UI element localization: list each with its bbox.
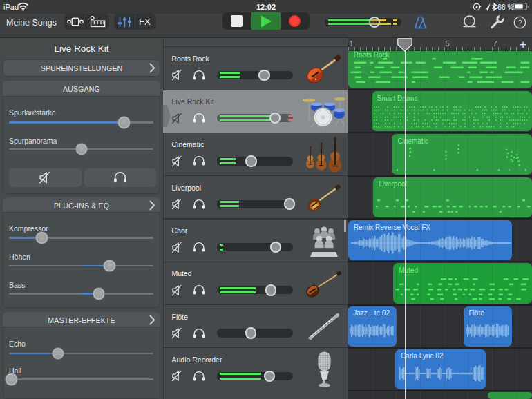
svg-text:?: ? (517, 18, 522, 26)
